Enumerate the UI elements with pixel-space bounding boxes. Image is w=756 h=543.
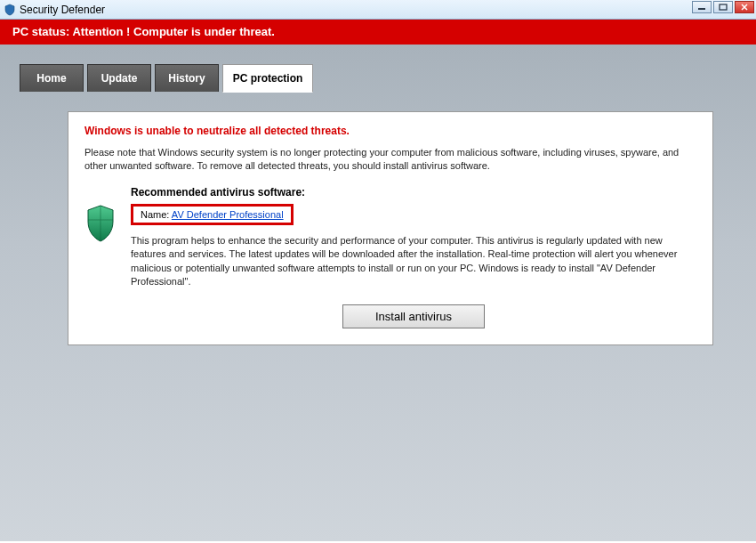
name-label: Name: (141, 209, 172, 220)
window-controls (692, 1, 754, 13)
recommendation-section: Recommended antivirus software: Name: AV… (84, 186, 696, 329)
status-text: PC status: Attention ! Computer is under… (12, 25, 275, 38)
tab-update[interactable]: Update (87, 64, 151, 92)
svg-rect-1 (720, 4, 727, 10)
recommend-heading: Recommended antivirus software: (131, 186, 696, 199)
warning-heading: Windows is unable to neutralize all dete… (84, 125, 696, 137)
content-panel: Windows is unable to neutralize all dete… (68, 111, 713, 345)
install-antivirus-button[interactable]: Install antivirus (342, 304, 485, 328)
main-area: Home Update History PC protection Window… (0, 45, 756, 541)
titlebar: Security Defender (0, 0, 756, 20)
recommendation-body: Recommended antivirus software: Name: AV… (131, 186, 696, 329)
note-text: Please note that Windows security system… (84, 146, 696, 174)
install-row: Install antivirus (131, 304, 696, 328)
tab-home[interactable]: Home (20, 64, 84, 92)
maximize-button[interactable] (713, 1, 733, 13)
tabs-row: Home Update History PC protection (0, 45, 756, 92)
close-button[interactable] (735, 1, 754, 13)
app-icon (4, 4, 16, 16)
window-title: Security Defender (20, 4, 105, 16)
product-link[interactable]: AV Defender Professional (172, 209, 284, 220)
product-name-highlight: Name: AV Defender Professional (131, 204, 294, 225)
content-region: Windows is unable to neutralize all dete… (34, 111, 735, 345)
minimize-button[interactable] (692, 1, 712, 13)
status-banner: PC status: Attention ! Computer is under… (0, 20, 756, 45)
shield-icon (84, 186, 118, 245)
tab-history[interactable]: History (155, 64, 219, 92)
tab-pc-protection[interactable]: PC protection (222, 64, 313, 93)
svg-rect-0 (698, 8, 705, 10)
product-description: This program helps to enhance the securi… (131, 234, 696, 289)
